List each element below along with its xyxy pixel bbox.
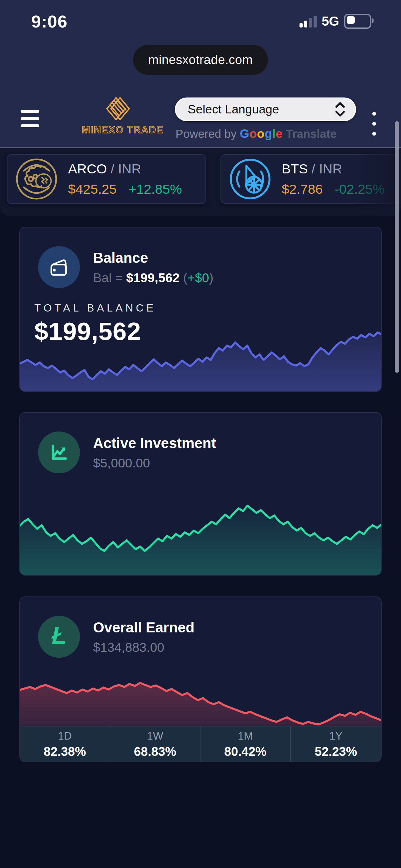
stat-label: 1W — [147, 730, 163, 742]
balance-head-text: Balance Bal = $199,562 (+$0) — [93, 249, 213, 285]
ticker-pair: BTS / INR — [282, 161, 385, 177]
bitshares-icon — [228, 157, 272, 201]
total-balance-block: TOTAL BALANCE $199,562 — [34, 302, 156, 346]
powered-by-text: Powered by — [175, 127, 240, 140]
trend-up-chart-icon — [49, 442, 69, 463]
ticker-base: ARCO — [68, 161, 107, 176]
kebab-menu-button[interactable] — [371, 111, 377, 137]
google-logo-text: Google — [240, 127, 282, 140]
total-balance-value: $199,562 — [34, 317, 156, 346]
hamburger-menu-button[interactable] — [21, 110, 39, 127]
top-chrome: 9:06 5G minesxotrade.com MINEXO TRADE Se… — [0, 0, 401, 148]
google-translate-attribution: Powered by Google Translate — [175, 127, 375, 141]
network-type-label: 5G — [322, 14, 339, 29]
ticker-pair: ARCO / INR — [68, 161, 182, 177]
stat-label: 1M — [238, 730, 253, 742]
ticker-strip: ARCO / INR $425.25 +12.85% — [0, 148, 401, 216]
performance-stats-row: 1D 82.38% 1W 68.83% 1M 80.42% 1Y 52.23% — [20, 726, 381, 762]
logo-text: MINEXO TRADE — [82, 124, 154, 135]
balance-card: Balance Bal = $199,562 (+$0) TOTAL BALAN… — [20, 227, 381, 392]
active-investment-sparkline-chart — [20, 486, 381, 575]
ticker-base: BTS — [282, 161, 308, 176]
active-investment-card: Active Investment $5,000.00 — [20, 412, 381, 576]
earned-card-header: Ł Overall Earned $134,883.00 — [38, 616, 195, 658]
browser-url-pill[interactable]: minesxotrade.com — [133, 45, 268, 75]
ticker-card-arco[interactable]: ARCO / INR $425.25 +12.85% — [7, 154, 206, 204]
ticker-price: $2.786 — [282, 182, 323, 197]
app-logo: MINEXO TRADE — [82, 92, 154, 135]
select-chevrons-icon — [334, 101, 346, 118]
balance-card-header: Balance Bal = $199,562 (+$0) — [38, 246, 213, 288]
bal-change: +$0 — [188, 271, 209, 285]
phone-screen: 9:06 5G minesxotrade.com MINEXO TRADE Se… — [0, 0, 401, 868]
ticker-change: -02.25% — [335, 182, 385, 197]
stat-value: 68.83% — [134, 745, 176, 758]
balance-subline: Bal = $199,562 (+$0) — [93, 271, 213, 285]
ticker-numbers: $425.25 +12.85% — [68, 182, 182, 197]
stat-cell-1w: 1W 68.83% — [110, 726, 201, 762]
stat-value: 80.42% — [224, 745, 267, 758]
status-icons: 5G — [300, 14, 371, 29]
bal-value: $199,562 — [126, 271, 179, 285]
ticker-info: BTS / INR $2.786 -02.25% — [282, 161, 385, 197]
stat-cell-1d: 1D 82.38% — [20, 726, 110, 762]
stat-cell-1m: 1M 80.42% — [201, 726, 291, 762]
earned-head-text: Overall Earned $134,883.00 — [93, 619, 195, 655]
overall-earned-card: Ł Overall Earned $134,883.00 1D 82.38% 1… — [20, 596, 381, 762]
stat-value: 82.38% — [44, 745, 86, 758]
total-balance-label: TOTAL BALANCE — [34, 302, 156, 314]
active-head-text: Active Investment $5,000.00 — [93, 435, 216, 470]
ticker-numbers: $2.786 -02.25% — [282, 182, 385, 197]
arco-coin-icon — [14, 157, 59, 201]
ticker-card-bts[interactable]: BTS / INR $2.786 -02.25% — [221, 154, 401, 204]
litecoin-badge: Ł — [38, 616, 80, 658]
active-card-header: Active Investment $5,000.00 — [38, 432, 216, 473]
logo-diamond-icon — [101, 92, 135, 124]
active-investment-title: Active Investment — [93, 435, 216, 452]
balance-title: Balance — [93, 249, 213, 266]
overall-earned-sparkline-chart — [20, 676, 381, 726]
signal-strength-icon — [300, 15, 317, 28]
stat-label: 1Y — [329, 730, 343, 742]
stat-label: 1D — [58, 730, 72, 742]
paren: ( — [183, 271, 188, 285]
page-scrollbar[interactable] — [395, 121, 399, 373]
paren: ) — [209, 271, 213, 285]
language-select-dropdown[interactable]: Select Language — [175, 97, 356, 121]
overall-earned-value: $134,883.00 — [93, 640, 195, 655]
bal-prefix: Bal = — [93, 271, 126, 285]
ticker-quote: / INR — [308, 161, 342, 176]
ticker-info: ARCO / INR $425.25 +12.85% — [68, 161, 182, 197]
chart-badge — [38, 432, 80, 473]
ticker-price: $425.25 — [68, 182, 116, 197]
ticker-change: +12.85% — [128, 182, 182, 197]
litecoin-icon: Ł — [52, 623, 67, 648]
stat-cell-1y: 1Y 52.23% — [291, 726, 381, 762]
overall-earned-title: Overall Earned — [93, 619, 195, 636]
translate-label: Translate — [282, 127, 337, 140]
wallet-icon — [48, 257, 70, 277]
ticker-quote: / INR — [107, 161, 141, 176]
battery-icon — [344, 14, 371, 29]
status-time: 9:06 — [31, 11, 67, 32]
active-investment-value: $5,000.00 — [93, 456, 216, 470]
stat-value: 52.23% — [315, 745, 357, 758]
wallet-badge — [38, 246, 80, 288]
language-select-value: Select Language — [188, 102, 279, 116]
